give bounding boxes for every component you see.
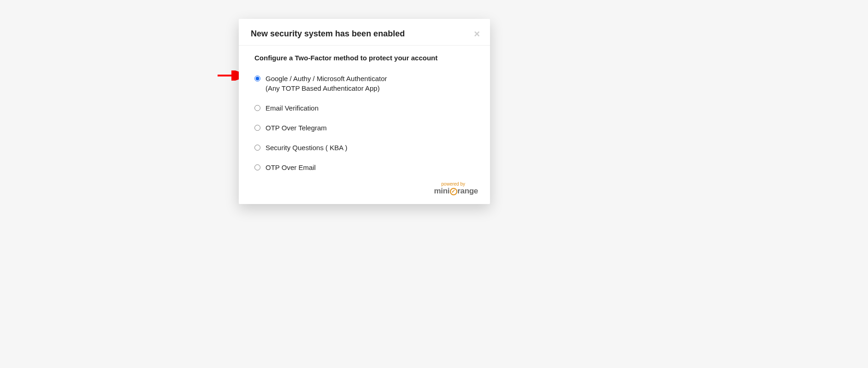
modal-title: New security system has been enabled <box>251 29 478 39</box>
option-label: OTP Over Email <box>266 163 316 172</box>
mfa-radio-security-questions[interactable] <box>254 145 260 151</box>
mfa-radio-otp-telegram[interactable] <box>254 125 260 131</box>
modal-subtitle: Configure a Two-Factor method to protect… <box>254 54 478 62</box>
option-label: Email Verification <box>266 103 319 113</box>
close-icon[interactable]: × <box>474 29 480 39</box>
option-label: Security Questions ( KBA ) <box>266 143 348 152</box>
mfa-radio-email-verification[interactable] <box>254 105 260 111</box>
two-factor-setup-modal: New security system has been enabled × C… <box>239 19 490 204</box>
powered-by-text: powered by <box>251 181 478 187</box>
option-label: OTP Over Telegram <box>266 123 327 133</box>
mfa-option-totp-authenticator[interactable]: Google / Authy / Microsoft Authenticator… <box>254 74 478 93</box>
mfa-option-otp-telegram[interactable]: OTP Over Telegram <box>254 123 478 133</box>
modal-footer: powered by mini✓range <box>239 181 490 204</box>
modal-header: New security system has been enabled × <box>239 19 490 46</box>
mfa-radio-otp-email[interactable] <box>254 164 260 170</box>
mfa-option-security-questions[interactable]: Security Questions ( KBA ) <box>254 143 478 152</box>
miniorange-logo: mini✓range <box>434 187 478 195</box>
option-sublabel: (Any TOTP Based Authenticator App) <box>266 83 387 93</box>
option-label: Google / Authy / Microsoft Authenticator <box>266 75 387 82</box>
miniorange-logo-icon: ✓ <box>450 188 457 195</box>
mfa-radio-totp-authenticator[interactable] <box>254 76 260 82</box>
modal-body: Configure a Two-Factor method to protect… <box>239 46 490 181</box>
mfa-option-email-verification[interactable]: Email Verification <box>254 103 478 113</box>
mfa-option-otp-email[interactable]: OTP Over Email <box>254 163 478 172</box>
